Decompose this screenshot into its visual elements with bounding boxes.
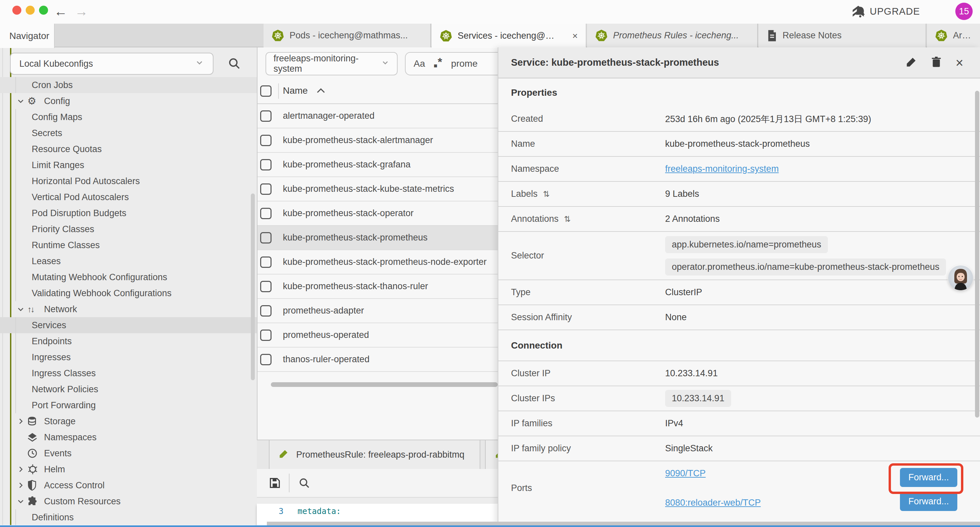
tab-pods-icecheng-mathmas[interactable]: Pods - icecheng@mathmas...: [264, 24, 431, 47]
sidebar-item-port-forwarding[interactable]: Port Forwarding: [0, 397, 257, 413]
tab-services-icecheng-math[interactable]: Services - icecheng@math...×: [432, 24, 586, 48]
sidebar-item-cron-jobs[interactable]: Cron Jobs: [0, 77, 257, 93]
sidebar-item-storage[interactable]: Storage: [0, 413, 257, 429]
row-checkbox[interactable]: [260, 159, 272, 170]
sidebar-item-label: Network: [44, 304, 77, 315]
edit-pencil-icon[interactable]: [905, 56, 917, 69]
sidebar-item-label: Mutating Webhook Configurations: [32, 272, 167, 282]
sidebar-item-access-control[interactable]: Access Control: [0, 477, 257, 493]
traffic-light-zoom[interactable]: [39, 6, 48, 15]
sidebar-item-label: Definitions: [32, 512, 74, 523]
tab-release-notes[interactable]: Release Notes: [759, 24, 926, 47]
service-details-panel: Service: kube-prometheus-stack-prometheu…: [498, 47, 980, 525]
row-checkbox[interactable]: [260, 330, 272, 341]
forward-button[interactable]: Forward...: [900, 492, 957, 511]
traffic-light-close[interactable]: [12, 6, 21, 15]
row-checkbox[interactable]: [260, 183, 272, 195]
tab-argo-se[interactable]: Argo Se: [927, 24, 980, 47]
sidebar-item-custom-resources[interactable]: Custom Resources: [0, 493, 257, 509]
upgrade-button[interactable]: UPGRADE: [851, 5, 920, 18]
sort-toggle-icon[interactable]: ⇅: [564, 214, 571, 224]
sidebar-item-validating-webhook-configurations[interactable]: Validating Webhook Configurations: [0, 285, 257, 301]
save-icon[interactable]: [268, 476, 282, 491]
editor-search-icon[interactable]: [298, 477, 310, 490]
sidebar-item-mutating-webhook-configurations[interactable]: Mutating Webhook Configurations: [0, 269, 257, 285]
sidebar-item-ingress-classes[interactable]: Ingress Classes: [0, 365, 257, 381]
select-all-checkbox[interactable]: [260, 85, 272, 97]
details-label: Annotations⇅: [498, 207, 665, 231]
bottom-scrollbar[interactable]: [267, 522, 980, 525]
kubeconfig-row: Local Kubeconfigs: [0, 47, 257, 77]
sidebar-item-resource-quotas[interactable]: Resource Quotas: [0, 141, 257, 157]
row-checkbox[interactable]: [260, 305, 272, 317]
row-checkbox[interactable]: [260, 354, 272, 365]
search-icon[interactable]: [228, 57, 241, 72]
sidebar-item-config[interactable]: ⚙Config: [0, 93, 257, 109]
sidebar-item-services[interactable]: Services: [0, 317, 257, 333]
row-checkbox[interactable]: [260, 135, 272, 146]
sidebar-item-vertical-pod-autoscalers[interactable]: Vertical Pod Autoscalers: [0, 189, 257, 205]
sidebar-item-helm[interactable]: Helm: [0, 461, 257, 477]
sidebar-item-events[interactable]: Events: [0, 445, 257, 461]
close-icon[interactable]: ×: [566, 31, 578, 41]
service-name: prometheus-operated: [283, 330, 369, 340]
sidebar-item-network[interactable]: ↑↓Network: [0, 301, 257, 317]
sidebar-item-leases[interactable]: Leases: [0, 253, 257, 269]
details-scrollbar[interactable]: [975, 91, 979, 417]
row-checkbox[interactable]: [260, 256, 272, 268]
sidebar-item-limit-ranges[interactable]: Limit Ranges: [0, 157, 257, 173]
details-label: IP families: [498, 411, 665, 436]
namespace-selector-value: freeleaps-monitoring-system: [274, 53, 381, 74]
namespace-link[interactable]: freeleaps-monitoring-system: [665, 164, 779, 174]
row-checkbox[interactable]: [260, 208, 272, 219]
row-checkbox[interactable]: [260, 110, 272, 122]
sidebar-item-definitions[interactable]: Definitions: [0, 509, 257, 525]
sidebar-item-runtime-classes[interactable]: Runtime Classes: [0, 237, 257, 253]
details-label: Selector: [498, 232, 665, 280]
chevron-right-icon: [17, 465, 25, 473]
sidebar-item-label: Port Forwarding: [32, 400, 96, 411]
traffic-light-minimize[interactable]: [26, 6, 35, 15]
sidebar-item-pod-disruption-budgets[interactable]: Pod Disruption Budgets: [0, 205, 257, 221]
sidebar-item-label: Cron Jobs: [32, 80, 73, 91]
kubeconfig-selector[interactable]: Local Kubeconfigs: [10, 53, 213, 75]
sidebar-item-config-maps[interactable]: Config Maps: [0, 109, 257, 125]
row-checkbox[interactable]: [260, 281, 272, 292]
row-checkbox[interactable]: [260, 232, 272, 244]
search-query-value: prome: [451, 58, 477, 69]
forward-arrow-icon[interactable]: →: [75, 4, 88, 19]
back-arrow-icon[interactable]: ←: [54, 4, 67, 19]
namespace-selector[interactable]: freeleaps-monitoring-system: [266, 52, 398, 75]
delete-trash-icon[interactable]: [931, 56, 942, 69]
sidebar-item-namespaces[interactable]: Namespaces: [0, 429, 257, 445]
dock-tab-prometheusrule[interactable]: PrometheusRule: freeleaps-prod-rabbitmq: [269, 440, 480, 469]
gear-icon: ⚙: [27, 96, 41, 106]
kubernetes-icon: [935, 29, 948, 42]
name-column-header[interactable]: Name: [283, 85, 325, 96]
sidebar-item-priority-classes[interactable]: Priority Classes: [0, 221, 257, 237]
sidebar-scrollbar[interactable]: [251, 193, 255, 380]
sidebar-item-secrets[interactable]: Secrets: [0, 125, 257, 141]
dock-tab-label: PrometheusRule: freeleaps-prod-rabbitmq: [296, 450, 464, 460]
upgrade-chevrons-icon: [851, 5, 865, 18]
sidebar-item-endpoints[interactable]: Endpoints: [0, 333, 257, 349]
sidebar-item-horizontal-pod-autoscalers[interactable]: Horizontal Pod Autoscalers: [0, 173, 257, 189]
table-horizontal-scrollbar[interactable]: [271, 382, 498, 387]
clock-icon: [27, 448, 41, 458]
close-icon[interactable]: ×: [956, 57, 963, 68]
sidebar-item-network-policies[interactable]: Network Policies: [0, 381, 257, 397]
match-case-toggle[interactable]: Aa: [414, 58, 425, 69]
tab-prometheus-rules-icecheng[interactable]: Prometheus Rules - icecheng...: [587, 24, 758, 47]
sort-toggle-icon[interactable]: ⇅: [543, 189, 550, 199]
avatar[interactable]: [948, 266, 973, 290]
port-link[interactable]: 9090/TCP: [665, 468, 706, 479]
details-label: Session Affinity: [498, 305, 665, 330]
details-value-text: 2 Annotations: [665, 214, 720, 224]
details-value: ClusterIP: [665, 280, 980, 304]
navigator-pane-tab[interactable]: Navigator: [0, 24, 55, 48]
regex-toggle[interactable]: ■*: [434, 57, 442, 70]
sidebar-item-ingresses[interactable]: Ingresses: [0, 349, 257, 365]
sidebar-item-label: Runtime Classes: [32, 240, 100, 250]
port-link[interactable]: 8080:reloader-web/TCP: [665, 498, 761, 508]
account-badge[interactable]: 15: [955, 3, 973, 20]
